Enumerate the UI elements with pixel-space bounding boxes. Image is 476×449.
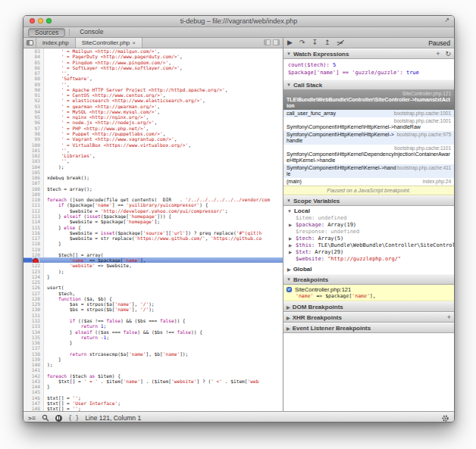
add-xhr-breakpoint-button[interactable]: + xyxy=(447,313,451,321)
scope-variable[interactable]: $website: "http://guzzlephp.org/" xyxy=(283,256,454,263)
file-tab-sitecontroller-php[interactable]: SiteController.php × xyxy=(76,38,142,48)
call-stack-frame[interactable]: bootstrap.php.cache:411Symfony\Component… xyxy=(283,164,454,178)
code-line[interactable]: 87 '', xyxy=(23,70,283,76)
code-line[interactable]: 109 xyxy=(23,192,283,197)
pretty-print-icon[interactable]: { } xyxy=(68,415,79,422)
code-line[interactable]: 102 'Libraries', xyxy=(23,153,283,158)
line-number[interactable]: 148 xyxy=(23,406,44,411)
line-number[interactable]: 139 xyxy=(23,357,44,362)
disclosure-triangle-icon[interactable]: ▼ xyxy=(287,51,291,56)
line-number[interactable]: 104 xyxy=(23,164,44,170)
line-number[interactable]: 83 xyxy=(23,48,44,54)
code-line[interactable]: 111 if ($package['name'] == 'yuilibrary/… xyxy=(23,202,283,207)
line-number[interactable]: 98 xyxy=(23,131,44,136)
code-line[interactable]: 144} xyxy=(23,384,283,389)
close-window-button[interactable] xyxy=(30,18,35,23)
line-number[interactable]: 128 xyxy=(23,296,44,301)
line-number[interactable]: 112 xyxy=(23,208,44,214)
line-number[interactable]: 134 xyxy=(23,329,44,335)
line-number[interactable]: 123 xyxy=(23,269,44,274)
refresh-watch-icon[interactable]: ↻ xyxy=(445,50,451,58)
search-icon[interactable] xyxy=(42,414,49,422)
line-number[interactable]: 119 xyxy=(23,247,44,252)
line-number[interactable]: 135 xyxy=(23,335,44,340)
code-line[interactable]: 106xdebug_break(); xyxy=(23,175,283,180)
deactivate-breakpoints-button[interactable]: ↝ xyxy=(337,39,343,47)
code-line[interactable]: 147$txt[] = 'User Interface'; xyxy=(23,401,283,406)
code-line[interactable]: 96 ' = node.js <http://nodejs.org/>', xyxy=(23,120,283,125)
disclosure-triangle-icon[interactable]: ▶ xyxy=(287,315,290,320)
file-tab-index-php[interactable]: index.php xyxy=(36,38,76,48)
section-header-xhr-breakpoints[interactable]: ▶XHR Breakpoints+ xyxy=(283,312,454,323)
disclosure-triangle-icon[interactable]: ▶ xyxy=(287,267,291,272)
scope-variable[interactable]: $item: undefined xyxy=(283,215,454,222)
code-line[interactable]: 117 $website = str_replace('https://www.… xyxy=(23,235,283,241)
scope-variable[interactable]: ▶$this: TLE\Bundle\WebBundle\Controller\… xyxy=(283,242,454,249)
line-number[interactable]: 138 xyxy=(23,351,44,357)
line-number[interactable]: 86 xyxy=(23,65,44,70)
scope-variable[interactable]: ▶$tech: Array(5) xyxy=(283,235,454,242)
code-line[interactable]: 132 if (($as !== false) && ($bs === fals… xyxy=(23,318,283,323)
disclosure-triangle-icon[interactable]: ▼ xyxy=(287,83,291,87)
code-line[interactable]: 125 xyxy=(23,279,283,285)
line-number[interactable]: 87 xyxy=(23,70,44,76)
line-number[interactable]: 107 xyxy=(23,180,44,186)
code-line[interactable]: 141 xyxy=(23,367,283,373)
line-number[interactable]: 144 xyxy=(23,384,44,389)
line-number[interactable]: 94 xyxy=(23,109,44,114)
code-line[interactable]: 110foreach (json_decode(file_get_content… xyxy=(23,197,283,202)
split-pane-left-icon[interactable] xyxy=(264,39,271,45)
code-line[interactable]: 93 ' = gearman <http://gearman.org/>', xyxy=(23,104,283,109)
code-line[interactable]: 90 ' = Apache HTTP Server Project <http:… xyxy=(23,87,283,92)
line-number[interactable]: 84 xyxy=(23,54,44,59)
navigator-toggle-button[interactable] xyxy=(23,38,36,48)
call-stack-frame[interactable]: bootstrap.php.cache:1001call_user_func_a… xyxy=(283,110,454,117)
split-pane-right-icon[interactable] xyxy=(273,39,280,45)
code-line[interactable]: 130 $bs = strpos($b['name'], '/'); xyxy=(23,307,283,312)
code-line[interactable]: 97 ' = PHP <http://www.php.net/>', xyxy=(23,126,283,131)
line-number[interactable]: 85 xyxy=(23,60,44,65)
settings-gear-icon[interactable] xyxy=(441,414,449,422)
call-stack-frame[interactable]: index.php:24(main) xyxy=(283,178,454,186)
code-line[interactable]: 99 ' = Vagrant <http://www.vagrantup.com… xyxy=(23,136,283,142)
tab-sources[interactable]: Sources xyxy=(28,28,65,37)
call-stack-frame[interactable]: bootstrap.php.cache:1101Symfony\Componen… xyxy=(283,145,454,164)
add-watch-button[interactable]: + xyxy=(436,50,440,58)
code-line[interactable]: 114 $website = $package['homepage']; xyxy=(23,219,283,224)
code-line[interactable]: 142foreach ($tech as $item) { xyxy=(23,373,283,379)
line-number[interactable]: 131 xyxy=(23,313,44,318)
expand-triangle-icon[interactable]: ▶ xyxy=(289,249,292,256)
scope-global-row[interactable]: ▶ Global xyxy=(283,264,454,274)
line-number[interactable]: 116 xyxy=(23,230,44,235)
line-number[interactable]: 142 xyxy=(23,373,44,379)
line-number[interactable]: 89 xyxy=(23,82,44,87)
line-number[interactable]: 114 xyxy=(23,219,44,224)
code-line[interactable]: 92 ' = elasticsearch <http://www.elastic… xyxy=(23,98,283,103)
code-line[interactable]: 120 $tech[] = array( xyxy=(23,252,283,257)
code-line[interactable]: 131 xyxy=(23,313,283,318)
code-line[interactable]: 135 return -1; xyxy=(23,335,283,340)
code-line[interactable]: 127 $tech, xyxy=(23,291,283,296)
line-number[interactable]: 102 xyxy=(23,153,44,158)
code-line[interactable]: 118 } xyxy=(23,241,283,246)
code-line[interactable]: 119 xyxy=(23,247,283,252)
code-line[interactable]: 116 $website = isset($package['source'][… xyxy=(23,230,283,235)
disclosure-triangle-icon[interactable]: ▶ xyxy=(287,326,290,331)
code-line[interactable]: 148$txt[] = ''; xyxy=(23,406,283,411)
section-header-event-listener-breakpoints[interactable]: ▶Event Listener Breakpoints xyxy=(283,323,454,333)
line-number[interactable]: 91 xyxy=(23,92,44,98)
line-number[interactable]: 103 xyxy=(23,158,44,164)
continue-button[interactable]: ▶ xyxy=(287,39,293,47)
expand-triangle-icon[interactable]: ▶ xyxy=(289,222,292,229)
code-line[interactable]: 108$tech = array(); xyxy=(23,186,283,192)
resize-icon[interactable]: ↗ xyxy=(444,17,449,23)
code-line[interactable]: 104 ); xyxy=(23,164,283,170)
line-number[interactable]: 93 xyxy=(23,104,44,109)
call-stack-frame[interactable]: bootstrap.php.cache:1001Symfony\Componen… xyxy=(283,117,454,131)
line-number[interactable]: 137 xyxy=(23,345,44,351)
breakpoint-marker[interactable] xyxy=(23,258,39,262)
line-number[interactable]: 115 xyxy=(23,225,44,230)
code-line[interactable]: 123 ); xyxy=(23,269,283,274)
disclosure-triangle-icon[interactable]: ▶ xyxy=(287,304,290,310)
code-line[interactable]: 128 function ($a, $b) { xyxy=(23,296,283,301)
